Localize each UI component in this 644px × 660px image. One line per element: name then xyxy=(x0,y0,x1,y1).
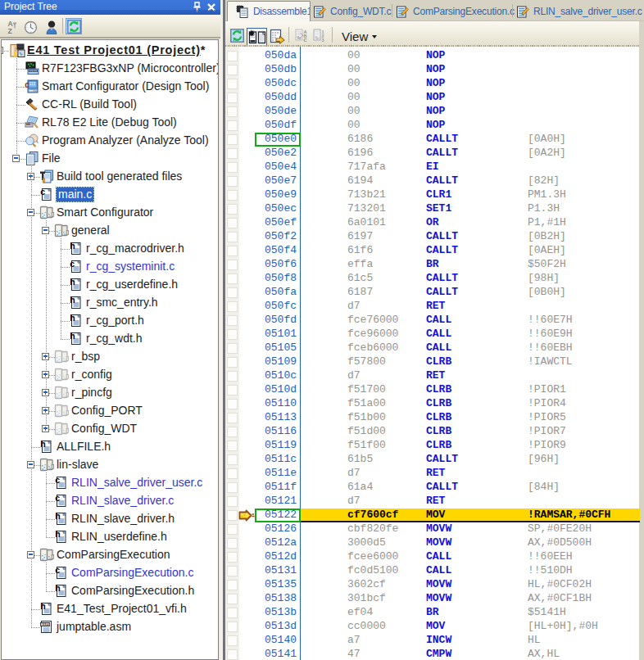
svg-text:3: 3 xyxy=(322,38,324,43)
svg-text:h: h xyxy=(70,332,75,341)
svg-text:Z: Z xyxy=(8,27,12,34)
svg-text:c: c xyxy=(55,476,60,485)
svg-text:c: c xyxy=(55,566,60,575)
svg-text:asm: asm xyxy=(41,622,50,626)
svg-text:h: h xyxy=(70,314,75,323)
svg-text:h: h xyxy=(70,242,75,251)
svg-text:h: h xyxy=(70,278,75,287)
svg-text:C: C xyxy=(304,38,307,43)
svg-text:c: c xyxy=(40,188,45,197)
svg-text:c: c xyxy=(70,260,75,269)
svg-text:h: h xyxy=(55,512,60,521)
svg-text:c: c xyxy=(25,80,29,89)
svg-text:h: h xyxy=(40,602,45,611)
svg-text:h: h xyxy=(40,440,45,449)
svg-text:h: h xyxy=(55,530,60,539)
svg-text:h: h xyxy=(55,584,60,593)
svg-text:h: h xyxy=(70,296,75,305)
svg-text:c: c xyxy=(55,494,60,503)
